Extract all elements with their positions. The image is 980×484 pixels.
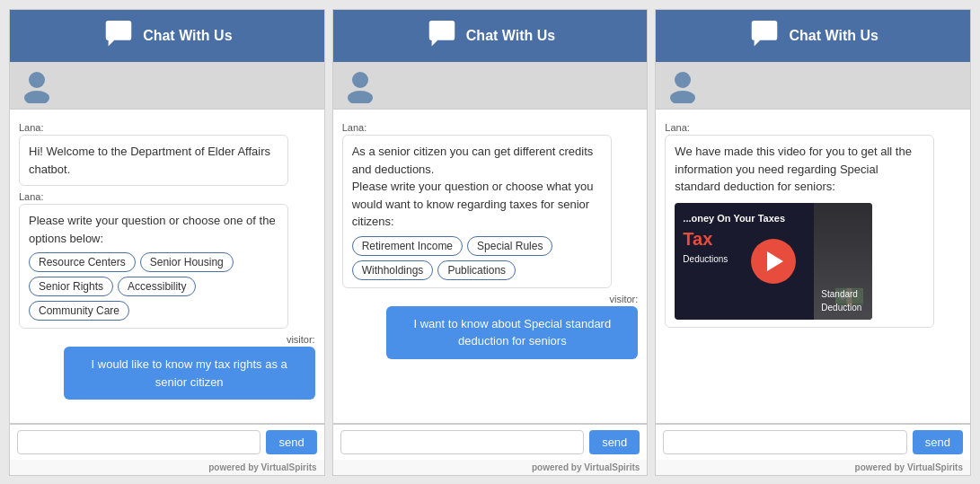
chat-header-2: Chat With Us (333, 10, 648, 62)
option-btn-senior-housing[interactable]: Senior Housing (140, 252, 234, 272)
chat-icon-1 (102, 19, 136, 53)
powered-by-1: powered by VirtualSpirits (10, 460, 324, 475)
send-button-2[interactable]: send (589, 430, 640, 454)
play-triangle-icon (767, 251, 783, 271)
sender-label-2a: Lana: (342, 122, 639, 133)
bot-bubble-2a: As a senior citizen you can get differen… (342, 135, 612, 288)
option-btn-special-rules[interactable]: Special Rules (467, 236, 552, 256)
chat-avatar-area-2 (333, 62, 648, 109)
option-btn-community-care[interactable]: Community Care (29, 301, 129, 321)
chat-messages-3: Lana: We have made this video for you to… (656, 109, 970, 424)
bot-bubble-1b: Please write your question or choose one… (19, 204, 288, 329)
option-btn-accessibility[interactable]: Accessibility (118, 277, 196, 296)
chat-input-area-3: send (656, 424, 970, 460)
svg-point-2 (352, 72, 368, 88)
chat-header-title-3: Chat With Us (789, 28, 878, 44)
chat-messages-2: Lana: As a senior citizen you can get di… (333, 109, 648, 424)
svg-point-1 (24, 91, 49, 103)
avatar-icon-2 (342, 67, 378, 103)
chat-input-3[interactable] (663, 430, 906, 454)
option-buttons-2: Retirement Income Special Rules Withhold… (352, 236, 602, 280)
sender-label-1a: Lana: (19, 122, 315, 133)
chat-avatar-area-1 (10, 62, 324, 109)
chat-widget-2: Chat With Us Lana: As a senior citizen y… (332, 9, 649, 476)
send-button-3[interactable]: send (913, 430, 963, 454)
video-standard-deduction: StandardDeduction (821, 287, 861, 314)
chat-input-1[interactable] (17, 430, 260, 454)
video-thumbnail[interactable]: ...oney On Your Taxes Tax Deductions 💵 S… (675, 203, 872, 320)
chat-header-title-2: Chat With Us (466, 28, 555, 44)
visitor-label-2: visitor: (342, 294, 639, 304)
bot-bubble-1a: Hi! Welcome to the Department of Elder A… (19, 135, 288, 186)
powered-by-3: powered by VirtualSpirits (656, 460, 970, 475)
visitor-bubble-1: I would like to know my tax rights as a … (64, 347, 315, 400)
option-buttons-1: Resource Centers Senior Housing Senior R… (29, 252, 278, 321)
powered-by-2: powered by VirtualSpirits (333, 460, 648, 475)
sender-label-1b: Lana: (19, 191, 315, 202)
bot-bubble-3a: We have made this video for you to get a… (665, 135, 934, 328)
chat-icon-3 (747, 19, 781, 53)
avatar-icon-3 (665, 67, 701, 103)
option-btn-senior-rights[interactable]: Senior Rights (29, 277, 113, 296)
option-btn-resource-centers[interactable]: Resource Centers (29, 252, 136, 272)
chat-avatar-area-3 (656, 62, 970, 109)
svg-point-5 (670, 91, 695, 103)
chat-messages-1: Lana: Hi! Welcome to the Department of E… (10, 109, 324, 424)
svg-point-3 (348, 91, 373, 103)
option-btn-withholdings[interactable]: Withholdings (352, 260, 434, 280)
visitor-bubble-2: I want to know about Special standard de… (386, 306, 638, 359)
svg-point-4 (675, 72, 691, 88)
chat-header-1: Chat With Us (10, 10, 324, 62)
visitor-label-1: visitor: (19, 334, 315, 345)
play-button[interactable] (751, 239, 796, 284)
chat-input-area-2: send (333, 424, 648, 460)
chat-input-2[interactable] (340, 430, 584, 454)
send-button-1[interactable]: send (266, 430, 316, 454)
chat-header-3: Chat With Us (656, 10, 970, 62)
sender-label-3a: Lana: (665, 122, 961, 133)
svg-point-0 (29, 72, 45, 88)
chat-icon-2 (425, 19, 459, 53)
chat-widget-3: Chat With Us Lana: We have made this vid… (655, 9, 971, 476)
chat-widget-1: Chat With Us Lana: Hi! Welcome to the De… (9, 9, 325, 476)
chat-header-title-1: Chat With Us (143, 28, 232, 44)
option-btn-publications[interactable]: Publications (437, 260, 516, 280)
chat-input-area-1: send (10, 424, 324, 460)
avatar-icon-1 (19, 67, 55, 103)
option-btn-retirement-income[interactable]: Retirement Income (352, 236, 463, 256)
